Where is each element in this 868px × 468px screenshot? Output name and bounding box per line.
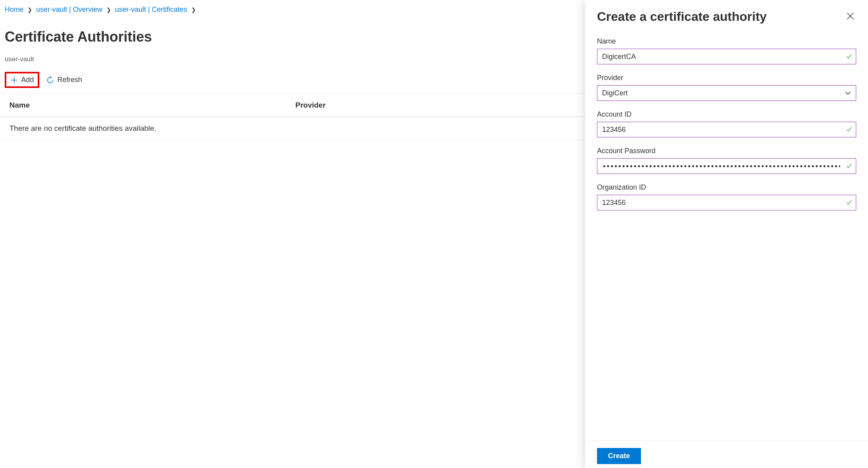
close-icon xyxy=(846,16,855,22)
column-name[interactable]: Name xyxy=(5,101,295,110)
breadcrumb-home[interactable]: Home xyxy=(5,5,24,14)
account-id-label: Account ID xyxy=(597,110,856,119)
close-button[interactable] xyxy=(844,10,856,23)
account-password-label: Account Password xyxy=(597,147,856,155)
organization-id-input[interactable] xyxy=(597,195,856,210)
field-organization-id: Organization ID xyxy=(597,183,856,210)
name-input[interactable] xyxy=(597,49,856,64)
breadcrumb-overview[interactable]: user-vault | Overview xyxy=(36,5,103,14)
provider-label: Provider xyxy=(597,74,856,82)
field-account-password: Account Password xyxy=(597,147,856,174)
flyout-title: Create a certificate authority xyxy=(597,9,767,24)
plus-icon xyxy=(10,76,18,84)
account-password-input[interactable] xyxy=(597,158,856,174)
field-name: Name xyxy=(597,37,856,64)
breadcrumb-certificates[interactable]: user-vault | Certificates xyxy=(115,5,187,14)
chevron-right-icon: ❯ xyxy=(191,7,196,13)
refresh-label: Refresh xyxy=(57,76,82,84)
organization-id-label: Organization ID xyxy=(597,183,856,192)
add-label: Add xyxy=(21,76,34,84)
flyout-header: Create a certificate authority xyxy=(585,0,868,29)
column-provider[interactable]: Provider xyxy=(295,101,413,110)
flyout-body: Name Provider DigiCert Account ID xyxy=(585,29,868,441)
refresh-icon xyxy=(46,76,54,84)
chevron-right-icon: ❯ xyxy=(106,7,111,13)
create-button[interactable]: Create xyxy=(597,448,641,464)
field-account-id: Account ID xyxy=(597,110,856,137)
add-button[interactable]: Add xyxy=(5,72,39,88)
create-ca-flyout: Create a certificate authority Name Prov… xyxy=(585,0,868,468)
field-provider: Provider DigiCert xyxy=(597,74,856,101)
flyout-footer: Create xyxy=(585,441,868,468)
name-label: Name xyxy=(597,37,856,46)
refresh-button[interactable]: Refresh xyxy=(42,73,86,86)
account-id-input[interactable] xyxy=(597,122,856,137)
provider-select[interactable]: DigiCert xyxy=(597,85,856,101)
chevron-right-icon: ❯ xyxy=(27,7,32,13)
